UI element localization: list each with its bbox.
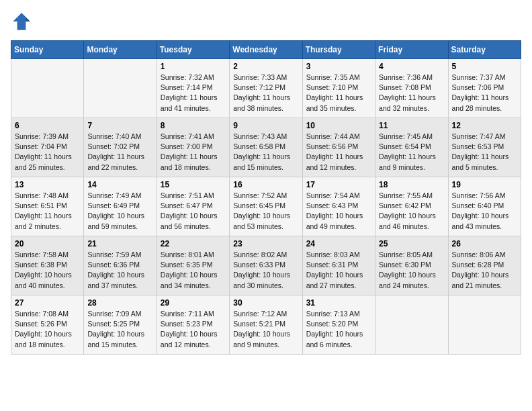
day-info: Sunrise: 7:43 AM Sunset: 6:58 PM Dayligh… — [233, 132, 298, 173]
calendar-table: SundayMondayTuesdayWednesdayThursdayFrid… — [11, 40, 521, 355]
calendar-cell — [448, 295, 521, 355]
day-number: 27 — [15, 298, 80, 308]
day-info: Sunrise: 8:06 AM Sunset: 6:28 PM Dayligh… — [452, 250, 517, 291]
day-info: Sunrise: 7:13 AM Sunset: 5:20 PM Dayligh… — [306, 309, 371, 350]
day-number: 15 — [161, 180, 226, 189]
day-number: 1 — [161, 62, 226, 71]
day-number: 18 — [379, 180, 444, 189]
day-info: Sunrise: 7:12 AM Sunset: 5:21 PM Dayligh… — [233, 309, 298, 350]
day-number: 23 — [233, 239, 298, 248]
day-info: Sunrise: 7:44 AM Sunset: 6:56 PM Dayligh… — [306, 132, 371, 173]
calendar-cell: 6Sunrise: 7:39 AM Sunset: 7:04 PM Daylig… — [11, 118, 84, 177]
day-info: Sunrise: 7:33 AM Sunset: 7:12 PM Dayligh… — [233, 73, 298, 113]
header-row: SundayMondayTuesdayWednesdayThursdayFrid… — [11, 41, 521, 59]
calendar-cell: 10Sunrise: 7:44 AM Sunset: 6:56 PM Dayli… — [302, 118, 375, 177]
calendar-cell: 24Sunrise: 8:03 AM Sunset: 6:31 PM Dayli… — [302, 236, 375, 295]
calendar-cell: 30Sunrise: 7:12 AM Sunset: 5:21 PM Dayli… — [230, 295, 302, 355]
day-info: Sunrise: 7:39 AM Sunset: 7:04 PM Dayligh… — [15, 132, 80, 173]
day-info: Sunrise: 8:05 AM Sunset: 6:30 PM Dayligh… — [379, 250, 444, 291]
day-info: Sunrise: 7:48 AM Sunset: 6:51 PM Dayligh… — [15, 191, 80, 232]
calendar-cell — [11, 59, 84, 118]
day-number: 21 — [87, 239, 152, 248]
day-info: Sunrise: 7:51 AM Sunset: 6:47 PM Dayligh… — [161, 191, 226, 232]
day-header-wednesday: Wednesday — [230, 41, 302, 59]
logo-icon — [11, 11, 32, 32]
calendar-cell: 19Sunrise: 7:56 AM Sunset: 6:40 PM Dayli… — [448, 177, 521, 236]
day-info: Sunrise: 7:32 AM Sunset: 7:14 PM Dayligh… — [161, 73, 226, 113]
day-header-friday: Friday — [375, 41, 448, 59]
calendar-cell: 21Sunrise: 7:59 AM Sunset: 6:36 PM Dayli… — [84, 236, 157, 295]
day-number: 16 — [233, 180, 298, 189]
day-number: 3 — [306, 62, 371, 71]
day-number: 25 — [379, 239, 444, 248]
day-number: 26 — [452, 239, 517, 248]
calendar-cell: 8Sunrise: 7:41 AM Sunset: 7:00 PM Daylig… — [157, 118, 229, 177]
calendar-cell: 22Sunrise: 8:01 AM Sunset: 6:35 PM Dayli… — [157, 236, 229, 295]
day-number: 24 — [306, 239, 371, 248]
day-number: 17 — [306, 180, 371, 189]
day-info: Sunrise: 7:37 AM Sunset: 7:06 PM Dayligh… — [452, 73, 517, 113]
calendar-cell: 3Sunrise: 7:35 AM Sunset: 7:10 PM Daylig… — [302, 59, 375, 118]
day-info: Sunrise: 8:03 AM Sunset: 6:31 PM Dayligh… — [306, 250, 371, 291]
day-header-tuesday: Tuesday — [157, 41, 229, 59]
day-info: Sunrise: 7:49 AM Sunset: 6:49 PM Dayligh… — [87, 191, 152, 232]
day-number: 29 — [161, 298, 226, 308]
day-header-saturday: Saturday — [448, 41, 521, 59]
day-number: 8 — [161, 121, 226, 130]
calendar-cell: 14Sunrise: 7:49 AM Sunset: 6:49 PM Dayli… — [84, 177, 157, 236]
day-info: Sunrise: 7:40 AM Sunset: 7:02 PM Dayligh… — [87, 132, 152, 173]
day-number: 4 — [379, 62, 444, 71]
calendar-cell: 28Sunrise: 7:09 AM Sunset: 5:25 PM Dayli… — [84, 295, 157, 355]
day-info: Sunrise: 7:45 AM Sunset: 6:54 PM Dayligh… — [379, 132, 444, 173]
calendar-cell: 1Sunrise: 7:32 AM Sunset: 7:14 PM Daylig… — [157, 59, 229, 118]
calendar-cell: 13Sunrise: 7:48 AM Sunset: 6:51 PM Dayli… — [11, 177, 84, 236]
week-row-1: 1Sunrise: 7:32 AM Sunset: 7:14 PM Daylig… — [11, 59, 521, 118]
day-info: Sunrise: 7:58 AM Sunset: 6:38 PM Dayligh… — [15, 250, 80, 291]
day-number: 31 — [306, 298, 371, 308]
calendar-cell: 20Sunrise: 7:58 AM Sunset: 6:38 PM Dayli… — [11, 236, 84, 295]
calendar-cell: 2Sunrise: 7:33 AM Sunset: 7:12 PM Daylig… — [230, 59, 302, 118]
day-info: Sunrise: 7:54 AM Sunset: 6:43 PM Dayligh… — [306, 191, 371, 232]
calendar-cell: 5Sunrise: 7:37 AM Sunset: 7:06 PM Daylig… — [448, 59, 521, 118]
week-row-4: 20Sunrise: 7:58 AM Sunset: 6:38 PM Dayli… — [11, 236, 521, 295]
day-info: Sunrise: 7:36 AM Sunset: 7:08 PM Dayligh… — [379, 73, 444, 113]
week-row-3: 13Sunrise: 7:48 AM Sunset: 6:51 PM Dayli… — [11, 177, 521, 236]
day-number: 6 — [15, 121, 80, 130]
day-number: 12 — [452, 121, 517, 130]
calendar-cell: 16Sunrise: 7:52 AM Sunset: 6:45 PM Dayli… — [230, 177, 302, 236]
page-header — [11, 11, 521, 32]
day-info: Sunrise: 7:09 AM Sunset: 5:25 PM Dayligh… — [87, 309, 152, 350]
calendar-cell: 25Sunrise: 8:05 AM Sunset: 6:30 PM Dayli… — [375, 236, 448, 295]
calendar-cell: 23Sunrise: 8:02 AM Sunset: 6:33 PM Dayli… — [230, 236, 302, 295]
day-info: Sunrise: 7:47 AM Sunset: 6:53 PM Dayligh… — [452, 132, 517, 173]
day-number: 14 — [87, 180, 152, 189]
calendar-cell: 27Sunrise: 7:08 AM Sunset: 5:26 PM Dayli… — [11, 295, 84, 355]
day-number: 5 — [452, 62, 517, 71]
day-info: Sunrise: 7:52 AM Sunset: 6:45 PM Dayligh… — [233, 191, 298, 232]
day-number: 7 — [87, 121, 152, 130]
calendar-cell: 29Sunrise: 7:11 AM Sunset: 5:23 PM Dayli… — [157, 295, 229, 355]
calendar-cell — [375, 295, 448, 355]
day-number: 20 — [15, 239, 80, 248]
day-info: Sunrise: 8:02 AM Sunset: 6:33 PM Dayligh… — [233, 250, 298, 291]
day-number: 22 — [161, 239, 226, 248]
day-number: 13 — [15, 180, 80, 189]
calendar-cell: 12Sunrise: 7:47 AM Sunset: 6:53 PM Dayli… — [448, 118, 521, 177]
calendar-cell: 9Sunrise: 7:43 AM Sunset: 6:58 PM Daylig… — [230, 118, 302, 177]
week-row-5: 27Sunrise: 7:08 AM Sunset: 5:26 PM Dayli… — [11, 295, 521, 355]
day-info: Sunrise: 7:55 AM Sunset: 6:42 PM Dayligh… — [379, 191, 444, 232]
week-row-2: 6Sunrise: 7:39 AM Sunset: 7:04 PM Daylig… — [11, 118, 521, 177]
calendar-cell: 4Sunrise: 7:36 AM Sunset: 7:08 PM Daylig… — [375, 59, 448, 118]
day-number: 10 — [306, 121, 371, 130]
calendar-cell: 31Sunrise: 7:13 AM Sunset: 5:20 PM Dayli… — [302, 295, 375, 355]
day-header-sunday: Sunday — [11, 41, 84, 59]
day-header-thursday: Thursday — [302, 41, 375, 59]
day-number: 30 — [233, 298, 298, 308]
day-info: Sunrise: 7:11 AM Sunset: 5:23 PM Dayligh… — [161, 309, 226, 350]
calendar-cell: 15Sunrise: 7:51 AM Sunset: 6:47 PM Dayli… — [157, 177, 229, 236]
calendar-cell: 17Sunrise: 7:54 AM Sunset: 6:43 PM Dayli… — [302, 177, 375, 236]
day-info: Sunrise: 8:01 AM Sunset: 6:35 PM Dayligh… — [161, 250, 226, 291]
logo — [11, 11, 35, 32]
day-header-monday: Monday — [84, 41, 157, 59]
calendar-cell: 18Sunrise: 7:55 AM Sunset: 6:42 PM Dayli… — [375, 177, 448, 236]
